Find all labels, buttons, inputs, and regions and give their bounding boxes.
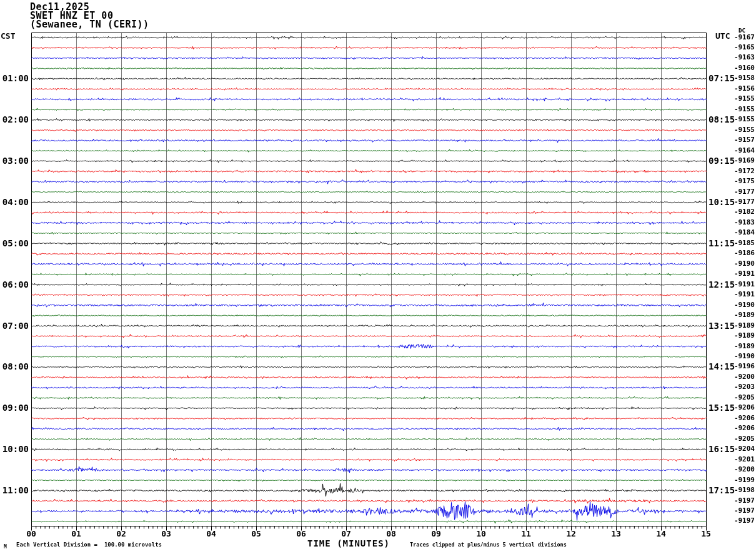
dc-offset-value: -9157 [729,136,755,144]
dc-offset-value: -9197 [729,497,755,505]
dc-offset-value: -9165 [729,44,755,52]
dc-offset-value: -9163 [729,54,755,62]
dc-offset-value: -9182 [729,208,755,216]
dc-offset-value: -9199 [729,476,755,485]
dc-offset-value: -9190 [729,260,755,268]
dc-offset-value: -9191 [729,291,755,299]
x-axis-tick-label: 05 [247,530,266,539]
dc-offset-value: -9177 [729,198,755,206]
x-axis-tick-label: 12 [562,530,580,539]
dc-offset-value: -9197 [729,507,755,515]
axis-labels-layer: -9167-9165-9163-916001:0007:15-9158-9156… [0,0,756,554]
dc-offset-value: -9172 [729,168,755,176]
x-axis-tick-label: 15 [697,530,715,539]
clip-note: Traces clipped at plus/minus 5 vertical … [410,542,567,548]
cst-hour-label: 08:00 [0,361,29,371]
x-axis-tick-label: 07 [337,530,356,539]
dc-offset-value: -9189 [729,322,755,330]
cst-hour-label: 01:00 [0,73,29,83]
dc-offset-value: -9203 [729,383,755,391]
dc-offset-value: -9183 [729,219,755,227]
dc-offset-value: -9177 [729,188,755,196]
dc-offset-value: -9167 [729,34,755,42]
dc-offset-value: -9189 [729,332,755,340]
x-axis-tick-label: 08 [382,530,400,539]
dc-offset-value: -9186 [729,249,755,258]
dc-offset-value: -9189 [729,343,755,351]
dc-offset-value: -9189 [729,311,755,320]
x-axis-tick-label: 10 [472,530,490,539]
x-axis-tick-label: 00 [22,530,41,539]
dc-offset-value: -9185 [729,239,755,248]
dc-offset-value: -9184 [729,229,755,237]
dc-offset-value: -9191 [729,270,755,278]
cst-hour-label: 07:00 [0,321,29,331]
x-axis-tick-label: 06 [292,530,311,539]
dc-offset-value: -9200 [729,466,755,474]
dc-offset-value: -9160 [729,64,755,73]
cst-hour-label: 05:00 [0,238,29,248]
x-axis-tick-label: 14 [652,530,670,539]
dc-offset-value: -9201 [729,456,755,464]
x-axis-tick-label: 03 [157,530,176,539]
dc-offset-value: -9155 [729,95,755,103]
cst-hour-label: 06:00 [0,280,29,290]
cst-hour-label: 04:00 [0,197,29,207]
dc-offset-value: -9197 [729,517,755,525]
vertical-scale-note: Each Vertical Division = 100.00 microvol… [16,541,162,548]
dc-offset-value: -9205 [729,394,755,402]
x-axis-tick-label: 02 [112,530,131,539]
cst-hour-label: 03:00 [0,156,29,166]
dc-offset-value: -9190 [729,353,755,361]
dc-offset-value: -9158 [729,74,755,83]
dc-offset-value: -9198 [729,486,755,495]
dc-offset-value: -9164 [729,147,755,155]
dc-offset-value: -9190 [729,301,755,310]
cst-hour-label: 10:00 [0,444,29,454]
cst-hour-label: 11:00 [0,485,29,495]
helicorder-page: Dec11,2025 SWET HNZ ET 00 (Sewanee, TN (… [0,0,756,554]
dc-offset-value: -9206 [729,425,755,433]
dc-offset-value: -9200 [729,373,755,381]
x-axis-tick-label: 09 [427,530,445,539]
dc-offset-value: -9155 [729,106,755,114]
dc-offset-value: -9169 [729,157,755,165]
x-axis-tick-label: 01 [67,530,86,539]
watermark-glyph: M [4,544,7,550]
dc-offset-value: -9205 [729,435,755,443]
cst-hour-label: 02:00 [0,114,29,124]
x-axis-title: TIME (MINUTES) [299,538,399,548]
dc-offset-value: -9175 [729,178,755,186]
dc-offset-value: -9155 [729,116,755,124]
dc-offset-value: -9156 [729,85,755,93]
x-axis-tick-label: 04 [202,530,221,539]
cst-hour-label: 09:00 [0,403,29,413]
x-axis-tick-label: 11 [517,530,535,539]
x-axis-tick-label: 13 [607,530,625,539]
dc-offset-value: -9206 [729,415,755,423]
dc-offset-value: -9206 [729,404,755,412]
dc-offset-value: -9204 [729,445,755,453]
dc-offset-value: -9191 [729,281,755,289]
dc-offset-value: -9155 [729,126,755,134]
dc-offset-value: -9196 [729,363,755,371]
